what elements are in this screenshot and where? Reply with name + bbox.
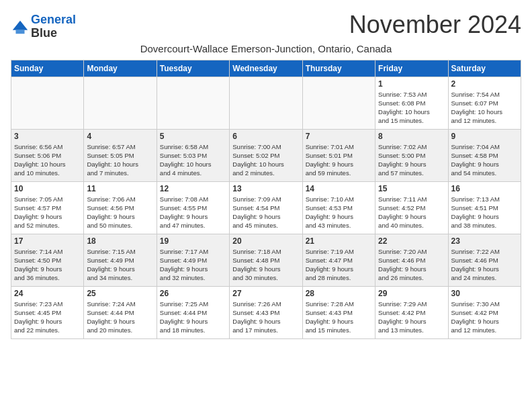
calendar-day-cell: 30Sunrise: 7:30 AM Sunset: 4:42 PM Dayli…: [448, 286, 521, 338]
day-info: Sunrise: 7:04 AM Sunset: 4:58 PM Dayligh…: [451, 142, 518, 178]
day-info: Sunrise: 7:05 AM Sunset: 4:57 PM Dayligh…: [14, 195, 81, 230]
day-info: Sunrise: 7:13 AM Sunset: 4:51 PM Dayligh…: [451, 195, 518, 230]
day-info: Sunrise: 7:18 AM Sunset: 4:48 PM Dayligh…: [232, 247, 299, 283]
day-number: 9: [451, 132, 518, 141]
day-info: Sunrise: 7:06 AM Sunset: 4:56 PM Dayligh…: [87, 195, 153, 230]
weekday-header-cell: Thursday: [302, 60, 375, 77]
calendar-day-cell: 26Sunrise: 7:25 AM Sunset: 4:44 PM Dayli…: [157, 286, 229, 338]
calendar-day-cell: 12Sunrise: 7:08 AM Sunset: 4:55 PM Dayli…: [157, 181, 229, 234]
day-number: 18: [87, 236, 153, 246]
day-number: 13: [232, 184, 299, 193]
weekday-header-cell: Monday: [84, 60, 157, 77]
day-info: Sunrise: 7:28 AM Sunset: 4:43 PM Dayligh…: [306, 300, 372, 335]
day-number: 1: [378, 79, 445, 89]
weekday-header-cell: Saturday: [448, 60, 521, 77]
day-number: 22: [378, 236, 445, 246]
day-number: 19: [160, 236, 226, 246]
day-info: Sunrise: 7:23 AM Sunset: 4:45 PM Dayligh…: [14, 300, 81, 335]
calendar-day-cell: [84, 77, 157, 129]
day-info: Sunrise: 7:01 AM Sunset: 5:01 PM Dayligh…: [306, 142, 372, 178]
day-info: Sunrise: 7:15 AM Sunset: 4:49 PM Dayligh…: [87, 247, 153, 283]
day-info: Sunrise: 7:19 AM Sunset: 4:47 PM Dayligh…: [306, 247, 372, 283]
day-number: 29: [378, 289, 445, 298]
calendar-day-cell: 8Sunrise: 7:02 AM Sunset: 5:00 PM Daylig…: [375, 129, 448, 181]
day-number: 16: [451, 184, 518, 193]
day-number: 25: [87, 289, 153, 298]
calendar-day-cell: 23Sunrise: 7:22 AM Sunset: 4:46 PM Dayli…: [448, 234, 521, 286]
calendar-day-cell: [11, 77, 84, 129]
day-info: Sunrise: 7:14 AM Sunset: 4:50 PM Dayligh…: [14, 247, 81, 283]
month-title: November 2024: [349, 11, 521, 39]
day-info: Sunrise: 7:10 AM Sunset: 4:53 PM Dayligh…: [306, 195, 372, 230]
calendar-day-cell: 16Sunrise: 7:13 AM Sunset: 4:51 PM Dayli…: [448, 181, 521, 234]
day-info: Sunrise: 7:54 AM Sunset: 6:07 PM Dayligh…: [451, 90, 518, 126]
calendar-day-cell: 20Sunrise: 7:18 AM Sunset: 4:48 PM Dayli…: [230, 234, 302, 286]
day-info: Sunrise: 7:24 AM Sunset: 4:44 PM Dayligh…: [87, 300, 153, 335]
calendar-day-cell: 15Sunrise: 7:11 AM Sunset: 4:52 PM Dayli…: [375, 181, 448, 234]
day-number: 28: [306, 289, 372, 298]
day-info: Sunrise: 7:17 AM Sunset: 4:49 PM Dayligh…: [160, 247, 226, 283]
day-number: 5: [160, 132, 226, 141]
calendar-week-row: 24Sunrise: 7:23 AM Sunset: 4:45 PM Dayli…: [11, 286, 521, 338]
calendar-day-cell: 4Sunrise: 6:57 AM Sunset: 5:05 PM Daylig…: [84, 129, 157, 181]
day-number: 15: [378, 184, 445, 193]
calendar-day-cell: 3Sunrise: 6:56 AM Sunset: 5:06 PM Daylig…: [11, 129, 84, 181]
calendar-day-cell: 14Sunrise: 7:10 AM Sunset: 4:53 PM Dayli…: [302, 181, 375, 234]
calendar-day-cell: 2Sunrise: 7:54 AM Sunset: 6:07 PM Daylig…: [448, 77, 521, 129]
logo: General Blue: [11, 13, 76, 40]
calendar-table: SundayMondayTuesdayWednesdayThursdayFrid…: [11, 60, 521, 339]
day-number: 2: [451, 79, 518, 89]
day-info: Sunrise: 7:08 AM Sunset: 4:55 PM Dayligh…: [160, 195, 226, 230]
calendar-day-cell: 28Sunrise: 7:28 AM Sunset: 4:43 PM Dayli…: [302, 286, 375, 338]
day-number: 12: [160, 184, 226, 193]
calendar-day-cell: 6Sunrise: 7:00 AM Sunset: 5:02 PM Daylig…: [230, 129, 302, 181]
calendar-day-cell: [157, 77, 229, 129]
calendar-day-cell: 18Sunrise: 7:15 AM Sunset: 4:49 PM Dayli…: [84, 234, 157, 286]
day-info: Sunrise: 7:20 AM Sunset: 4:46 PM Dayligh…: [378, 247, 445, 283]
calendar-week-row: 3Sunrise: 6:56 AM Sunset: 5:06 PM Daylig…: [11, 129, 521, 181]
day-info: Sunrise: 7:30 AM Sunset: 4:42 PM Dayligh…: [451, 300, 518, 335]
day-info: Sunrise: 7:25 AM Sunset: 4:44 PM Dayligh…: [160, 300, 226, 335]
day-number: 4: [87, 132, 153, 141]
weekday-header-cell: Sunday: [11, 60, 84, 77]
calendar-week-row: 1Sunrise: 7:53 AM Sunset: 6:08 PM Daylig…: [11, 77, 521, 129]
day-number: 11: [87, 184, 153, 193]
calendar-day-cell: 17Sunrise: 7:14 AM Sunset: 4:50 PM Dayli…: [11, 234, 84, 286]
day-number: 21: [306, 236, 372, 246]
calendar-day-cell: 29Sunrise: 7:29 AM Sunset: 4:42 PM Dayli…: [375, 286, 448, 338]
day-info: Sunrise: 7:02 AM Sunset: 5:00 PM Dayligh…: [378, 142, 445, 178]
day-number: 14: [306, 184, 372, 193]
page-header: General Blue November 2024: [11, 11, 521, 40]
day-number: 6: [232, 132, 299, 141]
day-info: Sunrise: 7:53 AM Sunset: 6:08 PM Dayligh…: [378, 90, 445, 126]
calendar-day-cell: 1Sunrise: 7:53 AM Sunset: 6:08 PM Daylig…: [375, 77, 448, 129]
day-number: 7: [306, 132, 372, 141]
weekday-header-cell: Friday: [375, 60, 448, 77]
day-number: 3: [14, 132, 81, 141]
calendar-day-cell: 25Sunrise: 7:24 AM Sunset: 4:44 PM Dayli…: [84, 286, 157, 338]
day-info: Sunrise: 7:29 AM Sunset: 4:42 PM Dayligh…: [378, 300, 445, 335]
day-info: Sunrise: 7:09 AM Sunset: 4:54 PM Dayligh…: [232, 195, 299, 230]
logo-icon: [11, 17, 30, 36]
day-number: 10: [14, 184, 81, 193]
calendar-day-cell: 19Sunrise: 7:17 AM Sunset: 4:49 PM Dayli…: [157, 234, 229, 286]
day-number: 17: [14, 236, 81, 246]
weekday-header-cell: Wednesday: [230, 60, 302, 77]
calendar-day-cell: 7Sunrise: 7:01 AM Sunset: 5:01 PM Daylig…: [302, 129, 375, 181]
day-number: 24: [14, 289, 81, 298]
day-number: 8: [378, 132, 445, 141]
day-info: Sunrise: 6:56 AM Sunset: 5:06 PM Dayligh…: [14, 142, 81, 178]
weekday-header-cell: Tuesday: [157, 60, 229, 77]
day-info: Sunrise: 7:26 AM Sunset: 4:43 PM Dayligh…: [232, 300, 299, 335]
day-number: 26: [160, 289, 226, 298]
day-info: Sunrise: 6:57 AM Sunset: 5:05 PM Dayligh…: [87, 142, 153, 178]
day-number: 30: [451, 289, 518, 298]
day-info: Sunrise: 7:22 AM Sunset: 4:46 PM Dayligh…: [451, 247, 518, 283]
calendar-day-cell: 11Sunrise: 7:06 AM Sunset: 4:56 PM Dayli…: [84, 181, 157, 234]
calendar-day-cell: 22Sunrise: 7:20 AM Sunset: 4:46 PM Dayli…: [375, 234, 448, 286]
location-subtitle: Dovercourt-Wallace Emerson-Junction, Ont…: [11, 43, 521, 54]
logo-text: General Blue: [31, 13, 76, 40]
day-number: 27: [232, 289, 299, 298]
day-info: Sunrise: 6:58 AM Sunset: 5:03 PM Dayligh…: [160, 142, 226, 178]
day-number: 20: [232, 236, 299, 246]
